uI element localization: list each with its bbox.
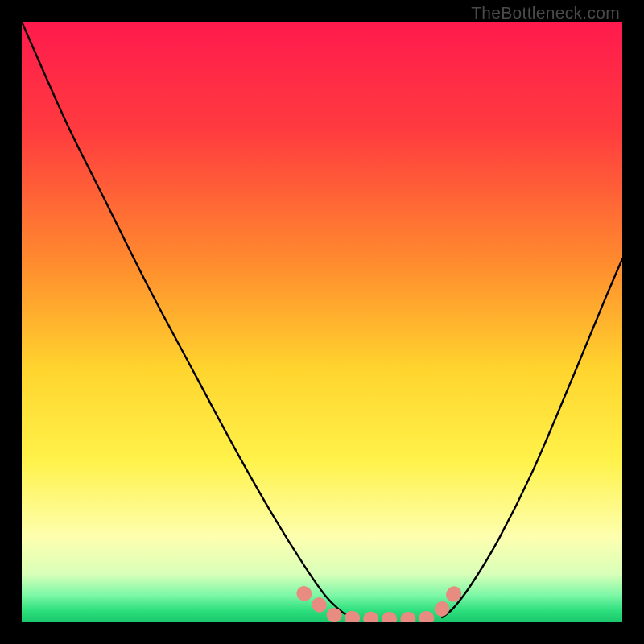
marker-end-right: [447, 586, 461, 601]
bottleneck-curve-chart: [22, 22, 622, 622]
watermark-text: TheBottleneck.com: [471, 3, 620, 23]
gradient-background: [22, 22, 622, 622]
plot-area: [22, 22, 622, 622]
marker-end-left: [297, 586, 312, 601]
chart-frame: TheBottleneck.com: [0, 0, 644, 644]
